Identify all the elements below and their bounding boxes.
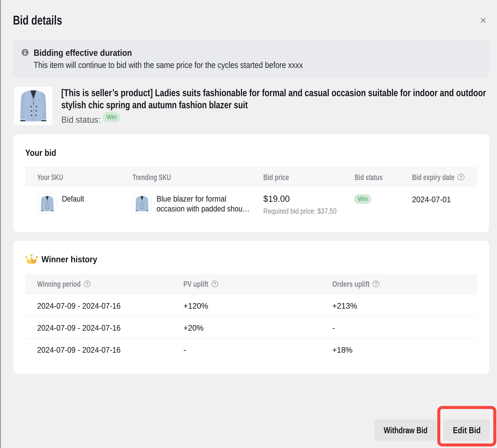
svg-text:?: ? <box>213 281 216 286</box>
svg-text:?: ? <box>460 175 462 179</box>
svg-text:?: ? <box>375 281 377 286</box>
svg-text:?: ? <box>86 281 88 286</box>
